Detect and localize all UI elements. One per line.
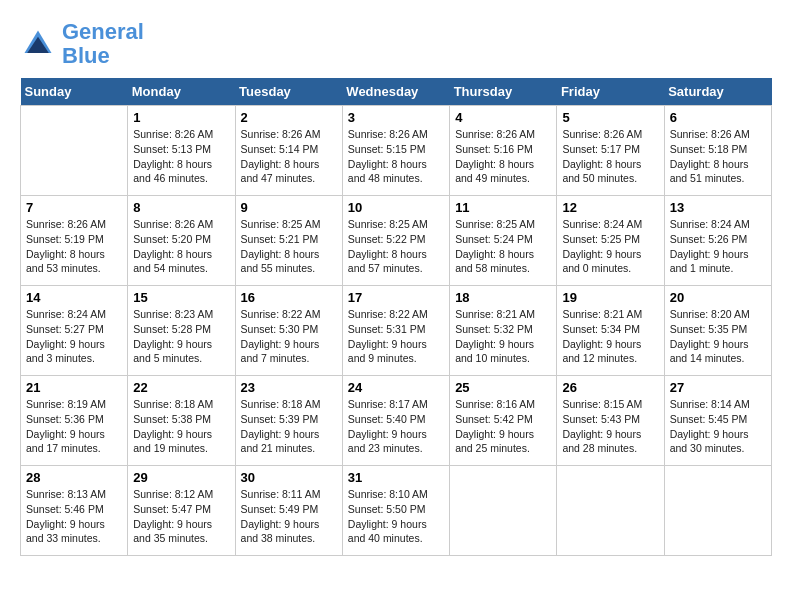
day-cell: 12Sunrise: 8:24 AMSunset: 5:25 PMDayligh… <box>557 196 664 286</box>
day-number: 23 <box>241 380 337 395</box>
day-info: Sunrise: 8:10 AMSunset: 5:50 PMDaylight:… <box>348 487 444 546</box>
day-number: 6 <box>670 110 766 125</box>
week-row-3: 14Sunrise: 8:24 AMSunset: 5:27 PMDayligh… <box>21 286 772 376</box>
day-number: 9 <box>241 200 337 215</box>
day-number: 13 <box>670 200 766 215</box>
day-cell: 20Sunrise: 8:20 AMSunset: 5:35 PMDayligh… <box>664 286 771 376</box>
day-info: Sunrise: 8:16 AMSunset: 5:42 PMDaylight:… <box>455 397 551 456</box>
day-number: 26 <box>562 380 658 395</box>
day-cell <box>21 106 128 196</box>
day-number: 4 <box>455 110 551 125</box>
week-row-1: 1Sunrise: 8:26 AMSunset: 5:13 PMDaylight… <box>21 106 772 196</box>
day-cell: 19Sunrise: 8:21 AMSunset: 5:34 PMDayligh… <box>557 286 664 376</box>
day-number: 21 <box>26 380 122 395</box>
day-cell: 10Sunrise: 8:25 AMSunset: 5:22 PMDayligh… <box>342 196 449 286</box>
day-info: Sunrise: 8:25 AMSunset: 5:21 PMDaylight:… <box>241 217 337 276</box>
day-number: 15 <box>133 290 229 305</box>
day-info: Sunrise: 8:17 AMSunset: 5:40 PMDaylight:… <box>348 397 444 456</box>
day-cell: 11Sunrise: 8:25 AMSunset: 5:24 PMDayligh… <box>450 196 557 286</box>
day-number: 19 <box>562 290 658 305</box>
day-cell: 9Sunrise: 8:25 AMSunset: 5:21 PMDaylight… <box>235 196 342 286</box>
day-cell: 1Sunrise: 8:26 AMSunset: 5:13 PMDaylight… <box>128 106 235 196</box>
day-info: Sunrise: 8:14 AMSunset: 5:45 PMDaylight:… <box>670 397 766 456</box>
header-cell-tuesday: Tuesday <box>235 78 342 106</box>
day-number: 18 <box>455 290 551 305</box>
day-info: Sunrise: 8:18 AMSunset: 5:39 PMDaylight:… <box>241 397 337 456</box>
header-cell-friday: Friday <box>557 78 664 106</box>
day-number: 7 <box>26 200 122 215</box>
calendar-header: SundayMondayTuesdayWednesdayThursdayFrid… <box>21 78 772 106</box>
day-cell: 27Sunrise: 8:14 AMSunset: 5:45 PMDayligh… <box>664 376 771 466</box>
day-info: Sunrise: 8:20 AMSunset: 5:35 PMDaylight:… <box>670 307 766 366</box>
day-cell: 29Sunrise: 8:12 AMSunset: 5:47 PMDayligh… <box>128 466 235 556</box>
day-info: Sunrise: 8:25 AMSunset: 5:22 PMDaylight:… <box>348 217 444 276</box>
page-header: General Blue <box>20 20 772 68</box>
day-number: 5 <box>562 110 658 125</box>
day-cell: 21Sunrise: 8:19 AMSunset: 5:36 PMDayligh… <box>21 376 128 466</box>
day-number: 27 <box>670 380 766 395</box>
day-info: Sunrise: 8:22 AMSunset: 5:30 PMDaylight:… <box>241 307 337 366</box>
day-info: Sunrise: 8:21 AMSunset: 5:34 PMDaylight:… <box>562 307 658 366</box>
day-info: Sunrise: 8:26 AMSunset: 5:15 PMDaylight:… <box>348 127 444 186</box>
day-cell: 22Sunrise: 8:18 AMSunset: 5:38 PMDayligh… <box>128 376 235 466</box>
day-cell: 8Sunrise: 8:26 AMSunset: 5:20 PMDaylight… <box>128 196 235 286</box>
calendar-table: SundayMondayTuesdayWednesdayThursdayFrid… <box>20 78 772 556</box>
day-number: 12 <box>562 200 658 215</box>
day-info: Sunrise: 8:26 AMSunset: 5:14 PMDaylight:… <box>241 127 337 186</box>
logo-icon <box>20 26 56 62</box>
day-info: Sunrise: 8:26 AMSunset: 5:18 PMDaylight:… <box>670 127 766 186</box>
day-number: 28 <box>26 470 122 485</box>
day-number: 3 <box>348 110 444 125</box>
day-cell: 30Sunrise: 8:11 AMSunset: 5:49 PMDayligh… <box>235 466 342 556</box>
day-cell: 28Sunrise: 8:13 AMSunset: 5:46 PMDayligh… <box>21 466 128 556</box>
header-cell-saturday: Saturday <box>664 78 771 106</box>
day-cell: 13Sunrise: 8:24 AMSunset: 5:26 PMDayligh… <box>664 196 771 286</box>
day-info: Sunrise: 8:26 AMSunset: 5:16 PMDaylight:… <box>455 127 551 186</box>
day-cell: 31Sunrise: 8:10 AMSunset: 5:50 PMDayligh… <box>342 466 449 556</box>
week-row-4: 21Sunrise: 8:19 AMSunset: 5:36 PMDayligh… <box>21 376 772 466</box>
day-cell: 7Sunrise: 8:26 AMSunset: 5:19 PMDaylight… <box>21 196 128 286</box>
day-number: 10 <box>348 200 444 215</box>
day-cell: 5Sunrise: 8:26 AMSunset: 5:17 PMDaylight… <box>557 106 664 196</box>
calendar-body: 1Sunrise: 8:26 AMSunset: 5:13 PMDaylight… <box>21 106 772 556</box>
header-cell-sunday: Sunday <box>21 78 128 106</box>
day-number: 11 <box>455 200 551 215</box>
day-info: Sunrise: 8:26 AMSunset: 5:13 PMDaylight:… <box>133 127 229 186</box>
day-number: 29 <box>133 470 229 485</box>
header-cell-thursday: Thursday <box>450 78 557 106</box>
day-cell: 3Sunrise: 8:26 AMSunset: 5:15 PMDaylight… <box>342 106 449 196</box>
day-number: 31 <box>348 470 444 485</box>
day-info: Sunrise: 8:22 AMSunset: 5:31 PMDaylight:… <box>348 307 444 366</box>
day-cell: 18Sunrise: 8:21 AMSunset: 5:32 PMDayligh… <box>450 286 557 376</box>
day-cell: 24Sunrise: 8:17 AMSunset: 5:40 PMDayligh… <box>342 376 449 466</box>
day-number: 2 <box>241 110 337 125</box>
day-number: 22 <box>133 380 229 395</box>
day-number: 8 <box>133 200 229 215</box>
day-info: Sunrise: 8:18 AMSunset: 5:38 PMDaylight:… <box>133 397 229 456</box>
day-cell: 16Sunrise: 8:22 AMSunset: 5:30 PMDayligh… <box>235 286 342 376</box>
day-number: 16 <box>241 290 337 305</box>
day-number: 24 <box>348 380 444 395</box>
day-cell: 17Sunrise: 8:22 AMSunset: 5:31 PMDayligh… <box>342 286 449 376</box>
day-info: Sunrise: 8:24 AMSunset: 5:27 PMDaylight:… <box>26 307 122 366</box>
day-cell: 26Sunrise: 8:15 AMSunset: 5:43 PMDayligh… <box>557 376 664 466</box>
day-info: Sunrise: 8:25 AMSunset: 5:24 PMDaylight:… <box>455 217 551 276</box>
day-info: Sunrise: 8:13 AMSunset: 5:46 PMDaylight:… <box>26 487 122 546</box>
logo: General Blue <box>20 20 144 68</box>
day-cell <box>664 466 771 556</box>
day-number: 1 <box>133 110 229 125</box>
day-cell: 6Sunrise: 8:26 AMSunset: 5:18 PMDaylight… <box>664 106 771 196</box>
day-cell <box>557 466 664 556</box>
day-info: Sunrise: 8:12 AMSunset: 5:47 PMDaylight:… <box>133 487 229 546</box>
day-info: Sunrise: 8:15 AMSunset: 5:43 PMDaylight:… <box>562 397 658 456</box>
logo-text: General Blue <box>62 20 144 68</box>
day-cell: 25Sunrise: 8:16 AMSunset: 5:42 PMDayligh… <box>450 376 557 466</box>
day-cell: 4Sunrise: 8:26 AMSunset: 5:16 PMDaylight… <box>450 106 557 196</box>
day-cell: 14Sunrise: 8:24 AMSunset: 5:27 PMDayligh… <box>21 286 128 376</box>
day-info: Sunrise: 8:24 AMSunset: 5:25 PMDaylight:… <box>562 217 658 276</box>
day-cell: 2Sunrise: 8:26 AMSunset: 5:14 PMDaylight… <box>235 106 342 196</box>
day-cell <box>450 466 557 556</box>
header-row: SundayMondayTuesdayWednesdayThursdayFrid… <box>21 78 772 106</box>
week-row-5: 28Sunrise: 8:13 AMSunset: 5:46 PMDayligh… <box>21 466 772 556</box>
day-info: Sunrise: 8:11 AMSunset: 5:49 PMDaylight:… <box>241 487 337 546</box>
